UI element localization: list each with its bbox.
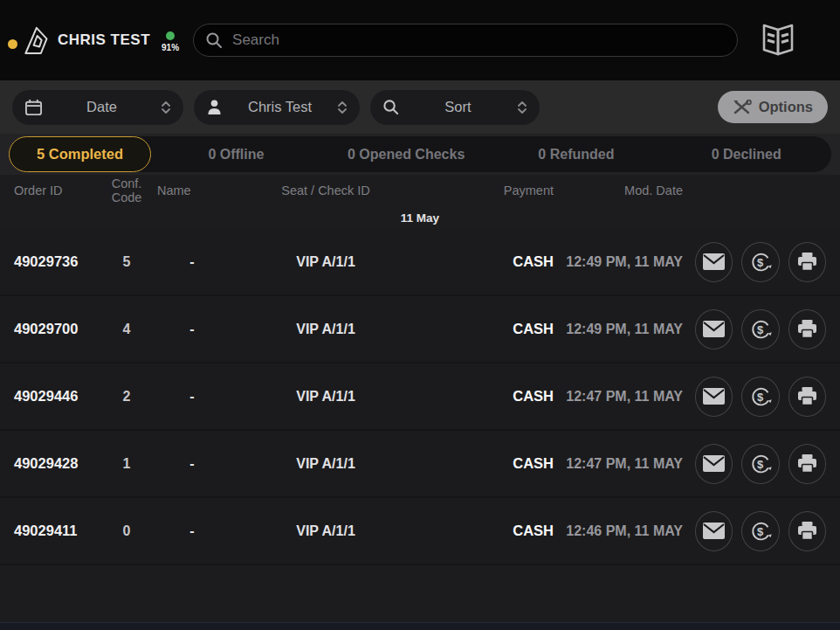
table-row[interactable]: 49029736 5 - VIP A/1/1 CASH 12:49 PM, 11… <box>0 229 840 296</box>
print-icon <box>796 521 818 541</box>
status-tab-band: 5 Completed 0 Offline 0 Opened Checks 0 … <box>0 134 840 175</box>
svg-text:$: $ <box>757 524 764 537</box>
email-receipt-button[interactable] <box>695 242 733 282</box>
email-receipt-button[interactable] <box>695 444 733 484</box>
print-button[interactable] <box>788 377 826 417</box>
email-receipt-button[interactable] <box>695 377 733 417</box>
refund-button[interactable]: $ <box>741 444 779 484</box>
email-receipt-button[interactable] <box>695 309 733 350</box>
table-header-row: Order ID Conf. Code Name Seat / Check ID… <box>0 175 840 206</box>
app-logo-icon <box>23 24 49 56</box>
tab-declined[interactable]: 0 Declined <box>661 147 831 163</box>
conf-code-cell: 2 <box>96 389 157 405</box>
payment-cell: CASH <box>424 388 554 405</box>
battery-percent: 91% <box>162 43 179 52</box>
table-row[interactable]: 49029700 4 - VIP A/1/1 CASH 12:49 PM, 11… <box>0 296 840 363</box>
table-row[interactable]: 49029411 0 - VIP A/1/1 CASH 12:46 PM, 11… <box>0 498 840 565</box>
row-actions: $ <box>695 242 840 282</box>
print-button[interactable] <box>788 511 826 551</box>
refund-button[interactable]: $ <box>741 511 779 551</box>
mod-date-cell: 12:46 PM, 11 MAY <box>554 523 695 539</box>
svg-text:$: $ <box>757 390 764 403</box>
header-mod-date: Mod. Date <box>554 183 695 197</box>
print-icon <box>796 252 818 272</box>
options-label: Options <box>759 99 813 115</box>
header-conf-code: Conf. Code <box>96 177 157 204</box>
refund-icon: $ <box>749 453 772 475</box>
conf-code-cell: 1 <box>96 456 157 472</box>
order-id-cell: 49029736 <box>14 253 96 270</box>
email-icon <box>702 454 726 473</box>
print-icon <box>796 453 818 474</box>
order-id-cell: 49029411 <box>14 523 96 539</box>
chevron-updown-icon <box>161 100 171 114</box>
refund-button[interactable]: $ <box>741 242 779 282</box>
status-tabs: 5 Completed 0 Offline 0 Opened Checks 0 … <box>9 136 831 172</box>
email-icon <box>702 320 726 338</box>
status-dot <box>8 39 17 49</box>
chevron-updown-icon <box>337 100 348 114</box>
name-cell: - <box>157 322 227 337</box>
bottom-bar <box>0 622 840 630</box>
seat-check-id-cell: VIP A/1/1 <box>227 254 424 270</box>
tab-completed[interactable]: 5 Completed <box>9 136 151 172</box>
top-bar: CHRIS TEST 91% <box>0 0 840 80</box>
seat-check-id-cell: VIP A/1/1 <box>227 523 424 539</box>
seat-check-id-cell: VIP A/1/1 <box>227 456 424 472</box>
print-button[interactable] <box>788 444 826 484</box>
refund-icon: $ <box>749 251 772 273</box>
name-cell: - <box>157 389 227 405</box>
battery-indicator: 91% <box>162 31 179 52</box>
print-button[interactable] <box>788 242 826 282</box>
svg-text:$: $ <box>757 255 764 268</box>
print-button[interactable] <box>788 309 826 350</box>
conf-code-cell: 4 <box>96 322 157 337</box>
date-separator: 11 May <box>0 206 840 229</box>
table-row[interactable]: 49029446 2 - VIP A/1/1 CASH 12:47 PM, 11… <box>0 363 840 431</box>
user-filter-dropdown[interactable]: Chris Test <box>194 90 360 125</box>
options-button[interactable]: Options <box>718 91 828 123</box>
seat-check-id-cell: VIP A/1/1 <box>227 322 424 337</box>
menu-book-button[interactable] <box>759 23 797 58</box>
email-icon <box>702 387 726 405</box>
mod-date-cell: 12:49 PM, 11 MAY <box>554 254 695 270</box>
row-actions: $ <box>695 377 840 417</box>
table-row[interactable]: 49029428 1 - VIP A/1/1 CASH 12:47 PM, 11… <box>0 431 840 498</box>
tab-offline[interactable]: 0 Offline <box>151 147 321 163</box>
header-order-id: Order ID <box>14 183 96 197</box>
search-input[interactable] <box>231 31 726 50</box>
email-receipt-button[interactable] <box>695 511 733 551</box>
payment-cell: CASH <box>424 253 554 270</box>
open-book-icon <box>759 23 797 58</box>
conf-code-cell: 0 <box>96 523 157 539</box>
email-icon <box>702 522 726 540</box>
sort-dropdown[interactable]: Sort <box>370 90 540 125</box>
svg-text:$: $ <box>757 322 764 336</box>
mod-date-cell: 12:47 PM, 11 MAY <box>554 456 695 472</box>
refund-icon: $ <box>749 318 772 341</box>
mod-date-cell: 12:47 PM, 11 MAY <box>554 389 695 405</box>
order-id-cell: 49029428 <box>14 455 96 472</box>
row-actions: $ <box>695 511 840 551</box>
conf-code-cell: 5 <box>96 254 157 270</box>
tab-refunded[interactable]: 0 Refunded <box>492 147 662 163</box>
date-filter-dropdown[interactable]: Date <box>12 90 183 125</box>
search-bar[interactable] <box>193 24 738 57</box>
tab-opened-checks[interactable]: 0 Opened Checks <box>321 147 492 163</box>
refund-button[interactable]: $ <box>741 377 779 417</box>
payment-cell: CASH <box>424 455 554 472</box>
print-icon <box>796 319 818 339</box>
refund-button[interactable]: $ <box>741 309 779 350</box>
user-filter-label: Chris Test <box>223 99 337 115</box>
email-icon <box>702 253 726 271</box>
date-filter-label: Date <box>43 99 161 115</box>
refund-icon: $ <box>749 385 772 408</box>
tools-icon <box>733 100 752 115</box>
payment-cell: CASH <box>424 523 554 539</box>
payment-cell: CASH <box>424 321 554 337</box>
account-name: CHRIS TEST <box>58 31 150 49</box>
header-seat-check-id: Seat / Check ID <box>227 183 424 197</box>
header-payment: Payment <box>424 183 554 197</box>
name-cell: - <box>157 254 227 270</box>
search-icon <box>205 31 223 49</box>
